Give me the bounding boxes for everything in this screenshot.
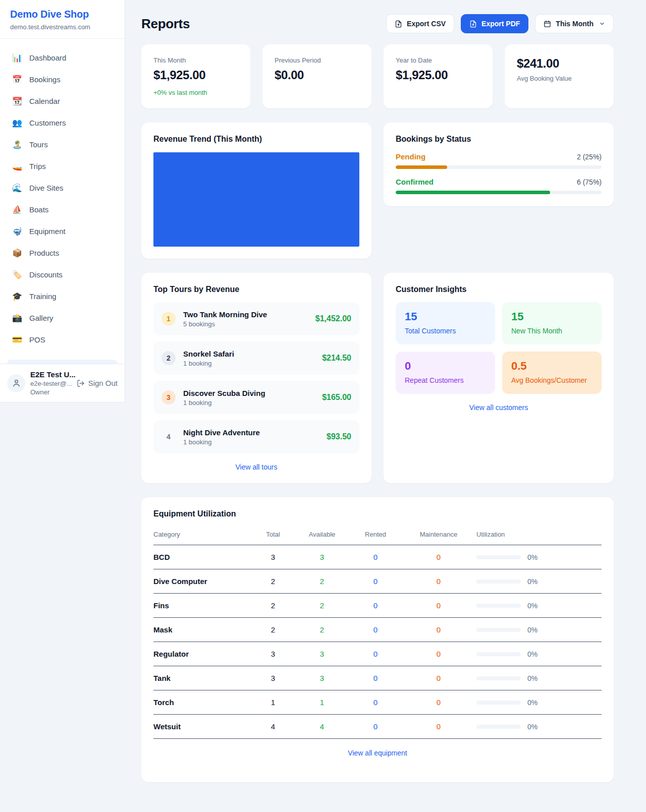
utilization-bar <box>476 725 521 729</box>
file-download-icon <box>469 20 477 28</box>
cell-utilization: 0% <box>476 594 602 618</box>
sidebar-item-products[interactable]: 📦 Products <box>7 242 118 264</box>
package-icon: 📦 <box>12 249 25 257</box>
equipment-table: Category Total Available Rented Maintena… <box>153 526 602 739</box>
rank-badge: 4 <box>162 430 176 444</box>
export-csv-button[interactable]: Export CSV <box>386 14 454 33</box>
bookings-by-status-title: Bookings by Status <box>396 135 602 144</box>
tile-label: Repeat Customers <box>405 376 486 384</box>
sidebar-item-label: Dashboard <box>29 53 66 62</box>
sidebar-item-dive-sites[interactable]: 🌊 Dive Sites <box>7 177 118 199</box>
page-title: Reports <box>141 16 190 32</box>
sidebar-item-bookings[interactable]: 📅 Bookings <box>7 69 118 90</box>
sidebar-item-label: POS <box>29 335 45 344</box>
sidebar-item-label: Boats <box>29 205 48 214</box>
bookings-calendar-icon: 📅 <box>12 76 25 84</box>
col-maintenance: Maintenance <box>401 526 476 545</box>
tile-value: 0 <box>405 360 486 373</box>
stat-card-this-month: This Month $1,925.00 +0% vs last month <box>141 44 250 108</box>
cell-available: 4 <box>294 715 350 739</box>
chevron-down-icon <box>599 21 605 27</box>
view-all-tours-link[interactable]: View all tours <box>153 463 359 471</box>
tour-name: Night Dive Adventure <box>183 428 260 437</box>
sidebar-item-label: Gallery <box>29 314 53 322</box>
camera-icon: 📸 <box>12 314 25 322</box>
tour-row: 2 Snorkel Safari 1 booking $214.50 <box>153 341 359 375</box>
sidebar-item-label: Training <box>29 292 57 301</box>
tour-row: 1 Two Tank Morning Dive 5 bookings $1,45… <box>153 302 359 335</box>
cell-rented: 0 <box>350 690 401 715</box>
col-utilization: Utilization <box>476 526 602 545</box>
calendar-icon: 📆 <box>12 97 25 105</box>
tour-amount: $214.50 <box>316 354 351 363</box>
view-all-equipment-link[interactable]: View all equipment <box>153 749 602 757</box>
sidebar-item-customers[interactable]: 👥 Customers <box>7 112 118 134</box>
cell-category: Regulator <box>153 642 252 666</box>
stat-label: Avg Booking Value <box>517 75 602 82</box>
tile-value: 15 <box>511 310 593 323</box>
insight-tile-new-this-month: 15 New This Month <box>502 302 602 344</box>
cell-category: Mask <box>153 618 252 642</box>
status-progress-track <box>396 165 602 169</box>
cell-maintenance: 0 <box>401 642 476 666</box>
sidebar-item-label: Bookings <box>29 75 61 84</box>
col-total: Total <box>252 526 294 545</box>
sidebar-item-trips[interactable]: 🚤 Trips <box>7 155 118 177</box>
sidebar-item-label: Discounts <box>29 270 63 279</box>
file-download-icon <box>395 20 402 28</box>
tour-bookings: 5 bookings <box>183 320 267 328</box>
cell-total: 3 <box>252 666 294 690</box>
utilization-bar <box>476 555 521 559</box>
utilization-bar <box>476 579 521 584</box>
stat-label: This Month <box>153 56 238 64</box>
sidebar-item-training[interactable]: 🎓 Training <box>7 285 118 307</box>
utilization-bar <box>476 701 521 705</box>
person-icon <box>12 378 21 388</box>
sidebar-item-boats[interactable]: ⛵ Boats <box>7 199 118 220</box>
cell-total: 3 <box>252 642 294 666</box>
sidebar-item-tours[interactable]: 🏝️ Tours <box>7 134 118 155</box>
tile-value: 0.5 <box>511 360 593 373</box>
sidebar-item-equipment[interactable]: 🤿 Equipment <box>7 220 118 242</box>
utilization-bar <box>476 676 521 680</box>
tour-row: 3 Discover Scuba Diving 1 booking $165.0… <box>153 381 359 414</box>
stat-card-avg-booking-value: $241.00 Avg Booking Value <box>505 44 614 108</box>
island-icon: 🏝️ <box>12 141 25 149</box>
tile-label: Total Customers <box>405 327 486 335</box>
brand: Demo Dive Shop demo.test.divestreams.com <box>0 0 125 39</box>
sidebar-item-label: Calendar <box>29 97 60 105</box>
cell-available: 3 <box>294 642 350 666</box>
sidebar-item-dashboard[interactable]: 📊 Dashboard <box>7 47 118 69</box>
tour-amount: $1,452.00 <box>309 314 351 323</box>
sidebar-item-discounts[interactable]: 🏷️ Discounts <box>7 264 118 285</box>
charts-row: Revenue Trend (This Month) Bookings by S… <box>141 123 614 259</box>
sailboat-icon: ⛵ <box>12 206 25 214</box>
export-pdf-label: Export PDF <box>481 20 520 28</box>
table-row: Torch 1 1 0 0 0% <box>153 690 602 715</box>
tour-bookings: 1 booking <box>183 360 234 367</box>
tour-bookings: 1 booking <box>183 438 260 446</box>
sidebar-item-gallery[interactable]: 📸 Gallery <box>7 307 118 329</box>
view-all-customers-link[interactable]: View all customers <box>396 403 602 412</box>
insight-tile-avg-bookings: 0.5 Avg Bookings/Customer <box>502 352 602 394</box>
rank-badge: 2 <box>162 351 176 365</box>
status-row-confirmed: Confirmed 6 (75%) <box>396 178 602 194</box>
stats-row: This Month $1,925.00 +0% vs last month P… <box>141 44 614 108</box>
status-label: Pending <box>396 152 425 161</box>
table-row: Fins 2 2 0 0 0% <box>153 594 602 618</box>
sidebar-item-calendar[interactable]: 📆 Calendar <box>7 90 118 112</box>
top-tours-card: Top Tours by Revenue 1 Two Tank Morning … <box>141 273 371 483</box>
cell-total: 4 <box>252 715 294 739</box>
period-dropdown[interactable]: This Month <box>535 14 614 33</box>
cell-available: 2 <box>294 618 350 642</box>
table-row: BCD 3 3 0 0 0% <box>153 545 602 569</box>
stat-card-previous-period: Previous Period $0.00 <box>262 44 371 108</box>
sign-out-button[interactable]: Sign Out <box>77 379 118 387</box>
cell-maintenance: 0 <box>401 715 476 739</box>
stat-label: Previous Period <box>275 56 359 64</box>
status-row-pending: Pending 2 (25%) <box>396 152 602 169</box>
sidebar-active-item-partial[interactable] <box>7 360 118 364</box>
cell-utilization: 0% <box>476 545 602 569</box>
sidebar-item-pos[interactable]: 💳 POS <box>7 329 118 351</box>
export-pdf-button[interactable]: Export PDF <box>461 14 528 33</box>
